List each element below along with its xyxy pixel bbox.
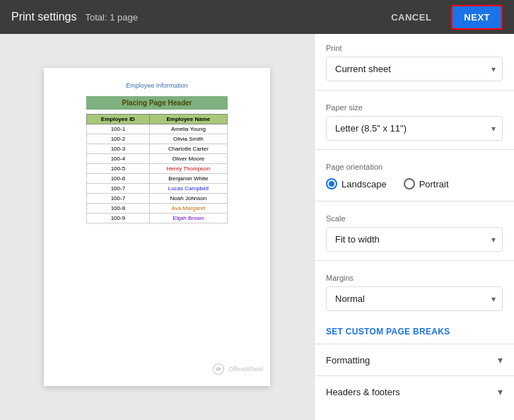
table-row: 100-7Noah Johnson xyxy=(87,194,228,204)
landscape-radio-inner xyxy=(329,181,334,187)
divider-2 xyxy=(315,149,514,150)
orientation-row: Landscape Portrait xyxy=(326,175,503,192)
data-table: Employee ID Employee Name 100-1Amelia Yo… xyxy=(86,114,228,223)
cell-employee-name: Noah Johnson xyxy=(149,194,227,204)
print-section: Print Current sheet Entire workbook Sele… xyxy=(315,34,514,87)
formatting-chevron-icon: ▾ xyxy=(498,354,503,366)
settings-pane: Print Current sheet Entire workbook Sele… xyxy=(314,34,514,420)
header: Print settings Total: 1 page CANCEL NEXT xyxy=(0,0,514,34)
cell-employee-id: 100-6 xyxy=(87,174,150,184)
cell-employee-name: Benjamin White xyxy=(149,174,227,184)
table-row: 100-9Elijah Brown xyxy=(87,214,228,223)
cell-employee-id: 100-9 xyxy=(87,214,150,223)
landscape-label: Landscape xyxy=(341,179,387,189)
cell-employee-name: Elijah Brown xyxy=(149,214,227,223)
cell-employee-name: Olivia Smith xyxy=(149,134,227,144)
divider-3 xyxy=(315,201,514,202)
scale-select[interactable]: Fit to width Normal Custom xyxy=(326,227,503,252)
table-row: 100-4Oliver Moore xyxy=(87,154,228,164)
table-row: 100-3Charlotte Carter xyxy=(87,144,228,154)
cell-employee-id: 100-4 xyxy=(87,154,150,164)
col-employee-name: Employee Name xyxy=(149,115,227,124)
scale-label: Scale xyxy=(326,214,503,223)
table-row: 100-2Olivia Smith xyxy=(87,134,228,144)
paper-size-select-wrapper: Letter (8.5" x 11") A4 Legal ▾ xyxy=(326,116,503,141)
margins-label: Margins xyxy=(326,274,503,282)
preview-pane: Employee Information Placing Page Header… xyxy=(0,34,314,420)
orientation-landscape-option[interactable]: Landscape xyxy=(326,178,387,189)
orientation-section: Page orientation Landscape Portrait xyxy=(315,153,514,198)
paper-size-select[interactable]: Letter (8.5" x 11") A4 Legal xyxy=(326,116,503,141)
col-employee-id: Employee ID xyxy=(87,115,150,124)
cell-employee-id: 100-7 xyxy=(87,194,150,204)
page-info-text: Employee Information xyxy=(126,82,188,89)
margins-select[interactable]: Normal Narrow Wide Custom xyxy=(326,286,503,311)
table-row: 100-5Henry Thompson xyxy=(87,164,228,174)
print-label: Print xyxy=(326,44,503,52)
cell-employee-id: 100-3 xyxy=(87,144,150,154)
table-row: 100-6Benjamin White xyxy=(87,174,228,184)
page-subtitle: Total: 1 page xyxy=(85,12,137,23)
cell-employee-id: 100-2 xyxy=(87,134,150,144)
cell-employee-id: 100-8 xyxy=(87,204,150,214)
portrait-radio[interactable] xyxy=(404,178,415,189)
headers-footers-chevron-icon: ▾ xyxy=(498,386,503,397)
cell-employee-id: 100-7 xyxy=(87,184,150,194)
paper-size-section: Paper size Letter (8.5" x 11") A4 Legal … xyxy=(315,93,514,146)
print-select[interactable]: Current sheet Entire workbook Selected c… xyxy=(326,57,503,81)
page-title: Print settings xyxy=(11,11,76,23)
scale-select-wrapper: Fit to width Normal Custom ▾ xyxy=(326,227,503,252)
cell-employee-name: Ava Margaret xyxy=(149,204,227,214)
cell-employee-name: Lucas Campbell xyxy=(149,184,227,194)
cell-employee-name: Oliver Moore xyxy=(149,154,227,164)
page-preview: Employee Information Placing Page Header… xyxy=(44,68,270,386)
divider-4 xyxy=(315,260,514,261)
print-select-wrapper: Current sheet Entire workbook Selected c… xyxy=(326,57,503,81)
orientation-portrait-option[interactable]: Portrait xyxy=(404,178,449,189)
next-button[interactable]: NEXT xyxy=(451,5,503,30)
headers-footers-label: Headers & footers xyxy=(326,387,400,397)
cell-employee-name: Henry Thompson xyxy=(149,164,227,174)
cell-employee-id: 100-1 xyxy=(87,124,150,134)
orientation-label: Page orientation xyxy=(326,163,503,171)
cell-employee-name: Amelia Young xyxy=(149,124,227,134)
cancel-button[interactable]: CANCEL xyxy=(380,6,443,28)
margins-section: Margins Normal Narrow Wide Custom ▾ xyxy=(315,264,514,317)
landscape-radio[interactable] xyxy=(326,178,337,189)
margins-select-wrapper: Normal Narrow Wide Custom ▾ xyxy=(326,286,503,311)
watermark: OfficeWheel xyxy=(211,362,263,376)
main-layout: Employee Information Placing Page Header… xyxy=(0,34,514,420)
cell-employee-id: 100-5 xyxy=(87,164,150,174)
scale-section: Scale Fit to width Normal Custom ▾ xyxy=(315,204,514,257)
table-row: 100-7Lucas Campbell xyxy=(87,184,228,194)
watermark-text: OfficeWheel xyxy=(228,366,263,373)
table-row: 100-8Ava Margaret xyxy=(87,204,228,214)
placing-page-header: Placing Page Header xyxy=(86,96,228,110)
divider-1 xyxy=(315,90,514,91)
headers-footers-section[interactable]: Headers & footers ▾ xyxy=(315,375,514,407)
formatting-section[interactable]: Formatting ▾ xyxy=(315,344,514,375)
table-row: 100-1Amelia Young xyxy=(87,124,228,134)
portrait-label: Portrait xyxy=(419,179,449,189)
formatting-label: Formatting xyxy=(326,355,370,366)
cell-employee-name: Charlotte Carter xyxy=(149,144,227,154)
paper-size-label: Paper size xyxy=(326,103,503,112)
custom-breaks-link[interactable]: SET CUSTOM PAGE BREAKS xyxy=(315,317,514,344)
